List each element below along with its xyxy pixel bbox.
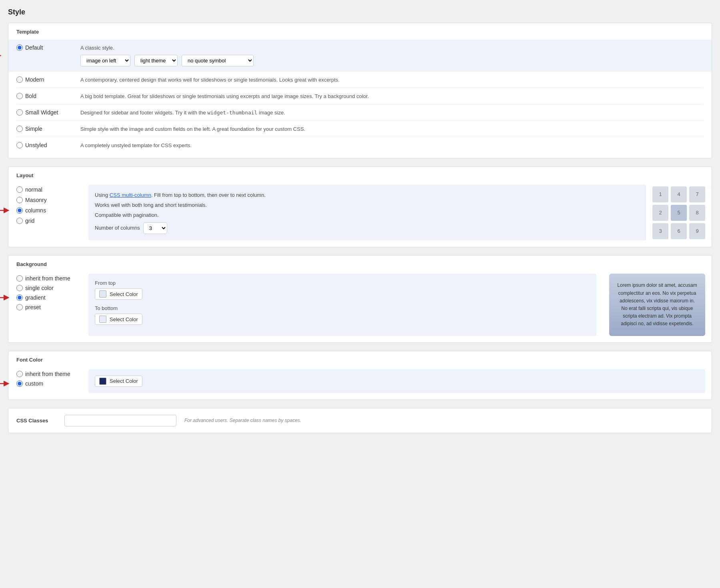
layout-detail-line2: Works well with both long and short test… (95, 201, 640, 210)
template-radio-input-simple[interactable] (16, 126, 23, 132)
layout-detail-line1: Using CSS multi-column. Fill from top to… (95, 191, 640, 200)
to-bottom-select-label: Select Color (110, 316, 138, 322)
css-classes-section: CSS Classes For advanced users. Separate… (8, 408, 712, 433)
layout-grid-visual: 1 4 7 2 5 8 3 6 9 (652, 178, 712, 247)
background-label: Background (8, 256, 712, 267)
layout-radio-normal[interactable]: normal (16, 186, 80, 193)
template-unstyled-label: Unstyled (25, 142, 47, 148)
font-custom-label: custom (25, 380, 43, 387)
font-color-label: Font Color (8, 351, 712, 363)
bg-radio-input-inherit[interactable] (16, 275, 23, 282)
font-color-swatch (99, 378, 106, 385)
layout-masonry-label: Masonry (25, 197, 47, 203)
template-option-simple: Simple Simple style with the image and c… (16, 121, 704, 137)
font-color-controls-box: Select Color (88, 369, 705, 393)
background-section: Background inherit from theme single col… (8, 255, 712, 342)
template-radio-small-widget[interactable]: Small Widget (16, 109, 80, 116)
bg-radio-preset[interactable]: preset (16, 304, 80, 310)
css-multi-column-link[interactable]: CSS multi-column (110, 192, 151, 198)
template-radio-input-modern[interactable] (16, 76, 23, 83)
template-bold-desc: A big bold template. Great for slideshow… (80, 93, 704, 99)
font-radio-inherit[interactable]: inherit from theme (16, 371, 80, 377)
layout-radio-input-grid[interactable] (16, 218, 23, 224)
to-bottom-label: To bottom (95, 305, 590, 311)
page-title: Style (8, 8, 712, 16)
preview-text: Lorem ipsum dolor sit amet, accusam comp… (617, 282, 697, 328)
template-simple-label: Simple (25, 126, 42, 132)
background-options-list: inherit from theme single color gradient (8, 267, 88, 342)
arrow-columns (0, 206, 12, 214)
template-option-default: Default A classic style. image on left i… (8, 40, 712, 72)
font-color-btn[interactable]: Select Color (95, 376, 142, 387)
bg-radio-input-single[interactable] (16, 285, 23, 291)
from-top-select-label: Select Color (110, 291, 138, 297)
grid-cell-3: 3 (652, 223, 668, 239)
from-top-color-btn[interactable]: Select Color (95, 288, 142, 300)
columns-select-row: Number of columns 1 2 3 4 5 6 (95, 222, 640, 234)
grid-cell-9: 9 (689, 223, 705, 239)
grid-cell-1: 1 (652, 186, 668, 202)
layout-grid-label: grid (25, 218, 34, 224)
template-option-modern: Modern A contemporary, centered design t… (16, 72, 704, 88)
bg-radio-gradient[interactable]: gradient (16, 294, 80, 301)
to-bottom-color-btn[interactable]: Select Color (95, 314, 142, 325)
layout-columns-label: columns (25, 207, 46, 214)
template-option-bold: Bold A big bold template. Great for slid… (16, 88, 704, 104)
css-classes-input[interactable] (64, 415, 176, 426)
font-color-options-list: inherit from theme custom (8, 363, 88, 400)
bg-radio-single[interactable]: single color (16, 285, 80, 291)
font-color-section: Font Color inherit from theme custom (8, 351, 712, 400)
template-simple-desc: Simple style with the image and custom f… (80, 126, 704, 132)
template-option-small-widget: Small Widget Designed for sidebar and fo… (16, 104, 704, 121)
grid-cell-4: 4 (671, 186, 687, 202)
columns-count-select[interactable]: 1 2 3 4 5 6 (143, 222, 167, 234)
image-position-select[interactable]: image on left image on right image on to… (80, 55, 130, 66)
template-radio-input-default[interactable] (16, 44, 23, 51)
layout-radio-input-columns[interactable] (16, 207, 23, 214)
template-radio-input-unstyled[interactable] (16, 142, 23, 148)
template-radio-unstyled[interactable]: Unstyled (16, 142, 80, 148)
template-label: Template (8, 23, 712, 35)
font-radio-input-inherit[interactable] (16, 371, 23, 377)
layout-label: Layout (8, 167, 712, 178)
layout-detail-line3: Compatible with pagination. (95, 211, 640, 220)
template-small-widget-label: Small Widget (25, 109, 58, 116)
layout-radio-columns[interactable]: columns (16, 207, 80, 214)
template-radio-default[interactable]: Default (16, 44, 80, 51)
template-radio-input-bold[interactable] (16, 93, 23, 99)
theme-select[interactable]: light theme dark theme (134, 55, 178, 66)
grid-cell-6: 6 (671, 223, 687, 239)
css-classes-label: CSS Classes (16, 418, 56, 424)
bg-radio-input-gradient[interactable] (16, 294, 23, 301)
grid-cell-5: 5 (671, 205, 687, 221)
template-option-unstyled: Unstyled A completely unstyled template … (16, 137, 704, 153)
template-modern-desc: A contemporary, centered design that wor… (80, 76, 704, 83)
bg-radio-inherit[interactable]: inherit from theme (16, 275, 80, 282)
template-default-label: Default (25, 44, 43, 51)
template-radio-simple[interactable]: Simple (16, 126, 80, 132)
layout-radio-grid[interactable]: grid (16, 218, 80, 224)
grid-cell-2: 2 (652, 205, 668, 221)
to-bottom-color-swatch (99, 316, 106, 323)
template-radio-modern[interactable]: Modern (16, 76, 80, 83)
template-default-desc: A classic style. (80, 44, 704, 51)
template-radio-input-small-widget[interactable] (16, 109, 23, 116)
from-top-color-swatch (99, 290, 106, 298)
template-default-controls: image on left image on right image on to… (80, 55, 704, 66)
template-unstyled-desc: A completely unstyled template for CSS e… (80, 142, 704, 148)
font-radio-custom[interactable]: custom (16, 380, 80, 387)
background-preview: Lorem ipsum dolor sit amet, accusam comp… (603, 267, 712, 342)
quote-symbol-select[interactable]: no quote symbol open quote large open qu… (182, 55, 254, 66)
arrow-gradient (0, 294, 12, 302)
layout-radio-input-masonry[interactable] (16, 197, 23, 203)
bg-radio-input-preset[interactable] (16, 304, 23, 310)
background-controls-box: From top Select Color To bottom Select C… (88, 274, 596, 336)
arrow-default (0, 52, 4, 60)
arrow-custom (0, 380, 12, 388)
template-radio-bold[interactable]: Bold (16, 93, 80, 99)
font-radio-input-custom[interactable] (16, 380, 23, 387)
template-small-widget-desc: Designed for sidebar and footer widgets.… (80, 109, 704, 116)
layout-radio-masonry[interactable]: Masonry (16, 197, 80, 203)
layout-options-list: normal Masonry columns (8, 178, 88, 247)
layout-radio-input-normal[interactable] (16, 186, 23, 193)
